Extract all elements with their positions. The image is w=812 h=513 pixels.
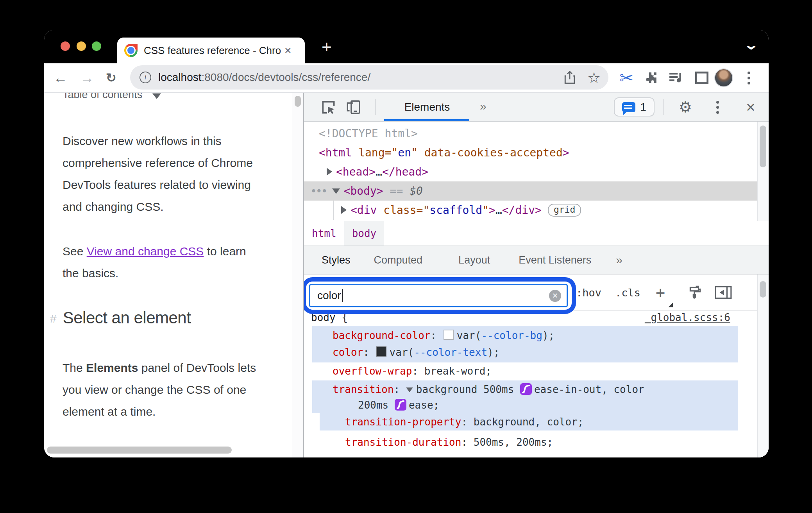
dom-node-div-scaffold[interactable]: <div class="scaffold">…</div>grid: [304, 201, 769, 220]
browser-tab[interactable]: CSS features reference - Chron ×: [117, 38, 305, 63]
css-declaration-transition-property[interactable]: transition-property: background, color;: [320, 414, 738, 430]
traffic-zoom-button[interactable]: [92, 41, 101, 51]
heading-anchor-icon[interactable]: #: [50, 312, 57, 325]
url-path: :8080/docs/devtools/css/reference/: [202, 71, 371, 83]
rendering-brush-icon[interactable]: [687, 274, 703, 310]
css-declaration-transition-duration[interactable]: transition-duration: 500ms, 200ms;: [304, 434, 757, 451]
more-panels-chevron-icon[interactable]: »: [480, 93, 484, 120]
breadcrumb-body[interactable]: body: [344, 221, 385, 246]
styles-scrollbar[interactable]: [757, 274, 769, 457]
traffic-minimize-button[interactable]: [77, 41, 86, 51]
code-token: class=: [377, 204, 423, 217]
horizontal-scrollbar-thumb[interactable]: [47, 447, 232, 454]
css-declaration-overflow-wrap[interactable]: overflow-wrap: break-word;: [304, 363, 757, 379]
view-and-change-css-link[interactable]: View and change CSS: [87, 245, 204, 258]
table-of-contents-toggle[interactable]: Table of contents: [63, 93, 161, 101]
elements-paragraph: The Elements panel of DevTools lets you …: [63, 357, 256, 423]
tab-styles[interactable]: Styles: [322, 254, 351, 266]
tab-close-icon[interactable]: ×: [284, 45, 292, 56]
dom-node-html[interactable]: <html lang="en" data-cookies-accepted>: [304, 143, 769, 162]
more-tabs-chevron-icon[interactable]: »: [616, 253, 620, 267]
clear-filter-icon[interactable]: ×: [549, 290, 561, 302]
paragraph-line: comprehensive reference of Chrome: [63, 152, 253, 174]
section-heading: # Select an element: [50, 309, 191, 327]
paragraph-line: DevTools features related to viewing: [63, 174, 253, 196]
address-bar[interactable]: i localhost:8080/docs/devtools/css/refer…: [130, 65, 608, 90]
dom-node-body-selected[interactable]: •••<body> == $0: [304, 181, 757, 201]
stylesheet-source-link[interactable]: _global.scss:6: [645, 310, 730, 325]
dom-node-doctype[interactable]: <!DOCTYPE html>: [304, 124, 769, 143]
devtools-close-icon[interactable]: ×: [741, 93, 760, 122]
issues-counter-button[interactable]: 1: [614, 97, 655, 117]
css-selector[interactable]: body {: [311, 310, 348, 325]
code-token: $0: [410, 185, 423, 197]
dom-node-head[interactable]: <head>…</head>: [304, 162, 769, 181]
badge-icon: grid: [548, 204, 581, 217]
docs-page: Table of contents Discover new workflows…: [44, 93, 292, 457]
tab-title: CSS features reference - Chron: [144, 45, 281, 57]
side-panel-icon[interactable]: [692, 63, 712, 92]
code-token: :: [363, 346, 375, 358]
toggle-sidebar-icon[interactable]: [714, 274, 732, 310]
tri-right-icon[interactable]: [341, 206, 347, 214]
code-token: transition: [333, 384, 394, 395]
forward-button[interactable]: →: [80, 63, 94, 92]
paragraph-line: the basics.: [63, 262, 246, 284]
tab-layout[interactable]: Layout: [458, 254, 490, 266]
toggle-hover-state-button[interactable]: :hov: [576, 274, 601, 310]
page-vertical-scrollbar[interactable]: [292, 93, 303, 457]
device-toolbar-icon[interactable]: [343, 93, 363, 122]
site-info-icon[interactable]: i: [140, 72, 151, 83]
profile-avatar[interactable]: [714, 63, 733, 92]
extensions-puzzle-icon[interactable]: [641, 63, 661, 92]
filter-match-highlight: background-color: var(--color-bg); color…: [312, 326, 738, 362]
css-declaration-transition-wrap[interactable]: 200ms ease;: [312, 398, 738, 413]
new-style-rule-button[interactable]: +: [656, 274, 665, 310]
code-token: transition-property: [345, 416, 461, 428]
inspect-element-icon[interactable]: [318, 93, 338, 122]
tri-down-sm-icon[interactable]: [406, 387, 413, 392]
scissors-extension-icon[interactable]: ✂: [617, 63, 636, 92]
tri-down-icon[interactable]: [332, 188, 340, 194]
paragraph-line: The Elements panel of DevTools lets: [63, 357, 256, 379]
settings-gear-icon[interactable]: ⚙: [674, 93, 696, 122]
filter-match-highlight: transition-property: background, color;: [320, 413, 738, 430]
reload-button[interactable]: ↻: [106, 63, 116, 92]
traffic-close-button[interactable]: [61, 41, 70, 51]
active-tab-underline: [384, 119, 469, 121]
bookmark-star-icon[interactable]: ☆: [584, 63, 604, 92]
scrollbar-thumb[interactable]: [760, 281, 766, 298]
tab-event-listeners[interactable]: Event Listeners: [519, 254, 591, 266]
tab-search-chevron-icon[interactable]: ⌄: [743, 37, 759, 52]
code-token: color: [333, 346, 363, 358]
css-declaration-transition[interactable]: transition: background 500ms ease-in-out…: [312, 381, 738, 398]
browser-menu-icon[interactable]: [739, 63, 758, 92]
code-token: transition-duration: [345, 436, 461, 448]
devtools-panel: Elements » 1 ⚙ × <!DOCTYPE html> <html l…: [303, 93, 769, 457]
code-token: >: [563, 146, 569, 159]
code-token: ": [482, 204, 489, 217]
tri-right-icon[interactable]: [327, 168, 332, 176]
scrollbar-thumb[interactable]: [295, 96, 301, 107]
code-token: •••: [310, 185, 327, 197]
toolbar-divider: [664, 99, 664, 115]
code-token: :: [430, 330, 442, 341]
toggle-class-button[interactable]: .cls: [615, 274, 640, 310]
new-tab-button[interactable]: +: [322, 38, 332, 56]
styles-filter-input[interactable]: color ×: [309, 284, 568, 307]
code-token: <html: [319, 146, 352, 159]
tab-computed[interactable]: Computed: [374, 254, 423, 266]
breadcrumb-html[interactable]: html: [304, 221, 344, 246]
devtools-menu-icon[interactable]: [710, 93, 725, 122]
css-declaration-background-color[interactable]: background-color: var(--color-bg);: [312, 327, 738, 344]
dom-scrollbar[interactable]: [757, 122, 769, 221]
new-rule-dropdown-triangle: [668, 303, 673, 307]
playlist-media-icon[interactable]: [666, 63, 686, 92]
swatch-black-icon: [376, 346, 386, 357]
scrollbar-thumb[interactable]: [760, 126, 766, 167]
css-declaration-color[interactable]: color: var(--color-text);: [312, 344, 738, 361]
code-token: background-color: [333, 330, 430, 341]
back-button[interactable]: ←: [54, 63, 68, 92]
tab-elements[interactable]: Elements: [398, 93, 456, 122]
share-button[interactable]: [560, 63, 579, 92]
